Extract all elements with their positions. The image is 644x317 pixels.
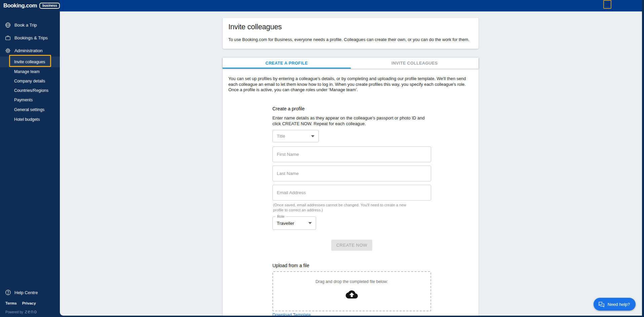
upload-section-heading: Upload from a file <box>272 263 309 268</box>
tab-bar: CREATE A PROFILE INVITE COLLEAGUES <box>223 58 479 69</box>
sidebar-item-countries-regions[interactable]: Countries/Regions <box>14 88 48 93</box>
logo-text: Booking.com <box>3 2 37 9</box>
first-name-field[interactable] <box>272 146 431 162</box>
globe-icon <box>4 22 11 28</box>
gear-icon <box>4 47 11 54</box>
briefcase-icon <box>4 34 11 41</box>
title-select-value: Title <box>277 134 285 139</box>
create-profile-instructions: Enter name details as they appear on the… <box>272 115 431 127</box>
legal-links: Terms Privacy <box>5 301 36 305</box>
terms-link[interactable]: Terms <box>5 301 17 305</box>
privacy-link[interactable]: Privacy <box>22 301 36 305</box>
download-template-link[interactable]: Download Template <box>272 312 311 316</box>
page-title: Invite colleagues <box>228 23 282 31</box>
file-dropzone[interactable]: Drag and drop the completed file below: <box>272 271 431 311</box>
topbar <box>60 0 642 11</box>
sidebar-item-help-centre[interactable]: Help Centre <box>0 288 60 297</box>
question-circle-icon <box>5 289 11 296</box>
role-select-value: Traveller <box>277 221 294 226</box>
logo-business-badge: business <box>39 3 60 9</box>
chevron-down-icon <box>311 135 314 137</box>
create-profile-heading: Create a profile <box>272 106 305 111</box>
cloud-upload-icon <box>346 289 358 300</box>
need-help-label: Need help? <box>608 302 630 307</box>
sidebar-item-manage-team[interactable]: Manage team <box>14 69 40 74</box>
tab-invite-colleagues[interactable]: INVITE COLLEAGUES <box>351 58 479 69</box>
sidebar-item-payments[interactable]: Payments <box>14 97 33 103</box>
sidebar-item-hotel-budgets[interactable]: Hotel budgets <box>14 117 40 122</box>
chevron-down-icon <box>308 222 312 224</box>
page-subtitle: To use Booking.com for Business, everyon… <box>228 37 469 42</box>
brand-logo[interactable]: Booking.com business <box>3 2 60 9</box>
create-now-button[interactable]: CREATE NOW <box>331 240 372 251</box>
sidebar-item-invite-colleagues[interactable]: Invite colleagues <box>14 59 45 65</box>
help-centre-label: Help Centre <box>14 290 38 295</box>
sidebar-item-label: Bookings & Trips <box>14 35 48 40</box>
need-help-button[interactable]: Need help? <box>594 298 636 311</box>
main-content: Invite colleagues To use Booking.com for… <box>60 11 642 316</box>
last-name-field[interactable] <box>272 166 431 181</box>
sidebar-item-label: Administration <box>14 48 43 53</box>
sidebar-item-label: Book a Trip <box>14 23 37 28</box>
page-header-card: Invite colleagues To use Booking.com for… <box>223 18 479 49</box>
sidebar: Booking.com business Book a Trip Booking… <box>0 0 60 317</box>
sidebar-item-book-a-trip[interactable]: Book a Trip <box>0 20 60 30</box>
sidebar-item-administration[interactable]: Administration <box>0 45 60 56</box>
role-select[interactable]: Role Traveller <box>272 216 316 230</box>
title-select[interactable]: Title <box>272 130 319 142</box>
tab-intro-text: You can set up profiles by entering a co… <box>228 76 474 93</box>
sidebar-item-general-settings[interactable]: General settings <box>14 107 44 112</box>
role-select-label: Role <box>275 214 286 218</box>
powered-by: Powered by zeno <box>5 309 37 314</box>
topbar-highlight-box <box>603 0 611 9</box>
page: Booking.com business Book a Trip Booking… <box>0 0 644 317</box>
zeno-logo: zeno <box>25 309 37 314</box>
dropzone-instruction: Drag and drop the completed file below: <box>273 279 430 284</box>
chat-bubbles-icon <box>598 301 605 308</box>
email-note: (Once saved, email addresses cannot be c… <box>273 203 418 213</box>
powered-by-label: Powered by <box>5 310 23 314</box>
email-field[interactable] <box>272 185 431 201</box>
profile-card: CREATE A PROFILE INVITE COLLEAGUES You c… <box>223 58 479 316</box>
sidebar-item-company-details[interactable]: Company details <box>14 78 45 84</box>
sidebar-item-bookings-trips[interactable]: Bookings & Trips <box>0 33 60 43</box>
tab-create-a-profile[interactable]: CREATE A PROFILE <box>223 58 351 69</box>
